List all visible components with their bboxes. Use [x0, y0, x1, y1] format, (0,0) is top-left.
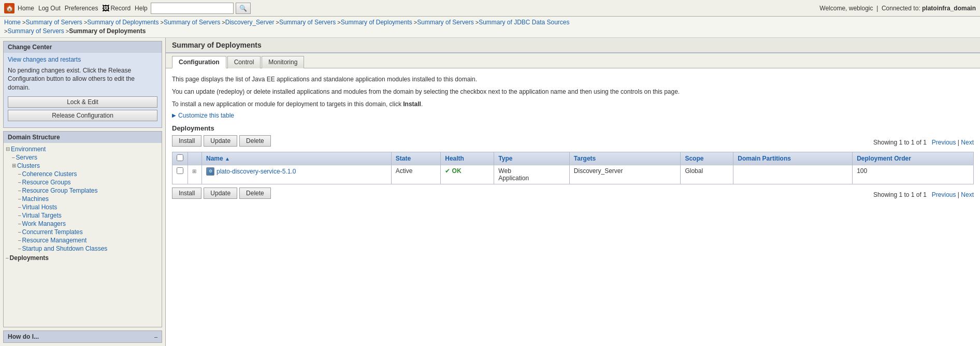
top-bar-right: Welcome, weblogic | Connected to: platoi…	[819, 5, 976, 12]
deployments-title: Deployments	[172, 124, 974, 132]
th-health: Health	[441, 152, 494, 165]
table-row: ⊞ ⚙ plato-discovery-service-5.1.0 Active	[172, 165, 974, 184]
virtual-targets-link[interactable]: Virtual Targets	[22, 212, 62, 219]
update-button-top[interactable]: Update	[204, 135, 237, 147]
top-action-buttons: Install Update Delete	[172, 135, 271, 147]
customize-link[interactable]: ▶ Customize this table	[172, 112, 974, 119]
wm-dash-icon: –	[18, 221, 21, 226]
tree-servers: – Servers	[6, 153, 160, 162]
deployments-link[interactable]: Deployments	[10, 254, 49, 262]
row-expand-cell: ⊞	[188, 165, 202, 184]
row-name-content: ⚙ plato-discovery-service-5.1.0	[206, 167, 387, 176]
search-button[interactable]: 🔍	[236, 3, 251, 14]
help-link[interactable]: Help	[135, 5, 148, 12]
page-title: Summary of Deployments	[172, 41, 974, 49]
next-link-top[interactable]: Next	[961, 139, 974, 146]
coherence-clusters-link[interactable]: Coherence Clusters	[22, 170, 77, 178]
preferences-link[interactable]: Preferences	[65, 5, 98, 12]
lock-edit-button[interactable]: Lock & Edit	[8, 96, 157, 108]
record-link[interactable]: Record	[110, 5, 131, 12]
update-button-bottom[interactable]: Update	[204, 188, 237, 199]
next-link-bottom[interactable]: Next	[961, 191, 974, 198]
resource-groups-link[interactable]: Resource Groups	[22, 179, 71, 186]
row-state-cell: Active	[391, 165, 440, 184]
select-all-checkbox[interactable]	[177, 154, 183, 161]
startup-shutdown-link[interactable]: Startup and Shutdown Classes	[22, 245, 108, 252]
concurrent-templates-link[interactable]: Concurrent Templates	[22, 228, 83, 236]
previous-link-top[interactable]: Previous	[932, 139, 956, 146]
clusters-plus-icon: ⊞	[12, 163, 16, 168]
bc-home[interactable]: Home	[4, 19, 21, 26]
row-partitions-cell	[733, 165, 853, 184]
resource-management-link[interactable]: Resource Management	[22, 237, 87, 244]
top-action-row: Install Update Delete Showing 1 to 1 of …	[172, 135, 974, 150]
tab-configuration[interactable]: Configuration	[172, 56, 226, 68]
content-area: This page displays the list of Java EE a…	[166, 68, 980, 210]
top-bar: 🏠 Home Log Out Preferences 🖼 Record Help…	[0, 0, 980, 17]
left-panel: Change Center View changes and restarts …	[0, 38, 166, 346]
bc-1[interactable]: Summary of Servers	[26, 19, 82, 26]
th-expand	[188, 152, 202, 165]
previous-link-bottom[interactable]: Previous	[932, 191, 956, 198]
bottom-action-buttons: Install Update Delete	[172, 188, 271, 199]
how-do-i-title: How do I...	[8, 333, 39, 340]
tab-control[interactable]: Control	[227, 56, 261, 68]
tree-environment: ⊟ Environment	[6, 145, 160, 153]
bc-5[interactable]: Summary of Servers	[279, 19, 336, 26]
virtual-hosts-link[interactable]: Virtual Hosts	[22, 204, 57, 211]
right-content: Summary of Deployments Configuration Con…	[166, 38, 980, 346]
bc-3[interactable]: Summary of Servers	[164, 19, 220, 26]
deployments-table: Name ▲ State Health Type Targets Scope D…	[172, 152, 974, 184]
tree-resource-management: – Resource Management	[6, 236, 160, 244]
app-name-link[interactable]: plato-discovery-service-5.1.0	[217, 168, 296, 175]
bc-6[interactable]: Summary of Deployments	[341, 19, 412, 26]
customize-label: Customize this table	[178, 112, 234, 119]
logout-link[interactable]: Log Out	[38, 5, 61, 12]
install-button-bottom[interactable]: Install	[172, 188, 201, 199]
domain-name: platoinfra_domain	[922, 5, 976, 12]
bc-2[interactable]: Summary of Deployments	[87, 19, 158, 26]
sort-icon[interactable]: ▲	[225, 156, 230, 162]
row-checkbox[interactable]	[177, 167, 183, 174]
health-check-icon: ✔	[445, 167, 450, 175]
delete-button-bottom[interactable]: Delete	[239, 188, 271, 199]
view-changes-link[interactable]: View changes and restarts	[8, 56, 157, 63]
th-domain-partitions: Domain Partitions	[733, 152, 853, 165]
tree-coherence-clusters: – Coherence Clusters	[6, 170, 160, 178]
home-link[interactable]: Home	[18, 5, 34, 12]
th-name-label: Name	[206, 155, 225, 162]
install-button-top[interactable]: Install	[172, 135, 201, 147]
servers-link[interactable]: Servers	[16, 154, 37, 161]
machines-link[interactable]: Machines	[22, 195, 49, 203]
page-header: Summary of Deployments	[166, 38, 980, 53]
domain-tree: ⊟ Environment – Servers ⊞ Clusters	[6, 145, 160, 262]
th-checkbox	[172, 152, 188, 165]
home-icon[interactable]: 🏠	[4, 3, 15, 13]
tree-machines: – Machines	[6, 195, 160, 203]
row-health-cell: ✔ OK	[441, 165, 494, 184]
welcome-text: Welcome, weblogic	[819, 5, 873, 12]
search-input[interactable]	[151, 3, 234, 14]
dep-dash-icon: –	[6, 255, 9, 261]
bc-8[interactable]: Summary of JDBC Data Sources	[479, 19, 569, 26]
coh-dash-icon: –	[18, 171, 21, 177]
top-pagination: Showing 1 to 1 of 1 Previous | Next	[873, 139, 974, 146]
work-managers-link[interactable]: Work Managers	[22, 220, 66, 227]
how-do-i-minimize[interactable]: –	[154, 334, 157, 340]
tab-monitoring[interactable]: Monitoring	[262, 56, 304, 68]
bc-9[interactable]: Summary of Servers	[7, 27, 64, 35]
row-expand-icon[interactable]: ⊞	[192, 168, 196, 174]
bc-7[interactable]: Summary of Servers	[417, 19, 473, 26]
row-name-cell: ⚙ plato-discovery-service-5.1.0	[202, 165, 392, 184]
top-nav-links: Home Log Out Preferences 🖼 Record Help	[18, 4, 148, 12]
bc-4[interactable]: Discovery_Server	[225, 19, 275, 26]
app-icon: ⚙	[206, 167, 214, 176]
tree-virtual-hosts: – Virtual Hosts	[6, 203, 160, 211]
resource-group-templates-link[interactable]: Resource Group Templates	[22, 187, 98, 194]
env-link[interactable]: Environment	[11, 146, 46, 153]
info-line-2: You can update (redeploy) or delete inst…	[172, 87, 974, 96]
clusters-link[interactable]: Clusters	[17, 162, 40, 169]
release-config-button[interactable]: Release Configuration	[8, 110, 157, 121]
bottom-pagination: Showing 1 to 1 of 1 Previous | Next	[873, 191, 974, 198]
delete-button-top[interactable]: Delete	[239, 135, 271, 147]
